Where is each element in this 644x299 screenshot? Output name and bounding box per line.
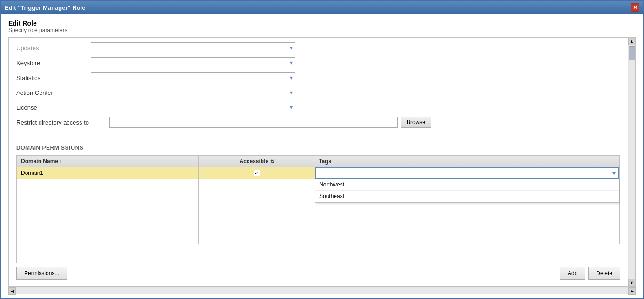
updates-select-wrapper[interactable]	[91, 42, 295, 53]
form-row-updates: Updates	[16, 42, 620, 53]
vertical-scrollbar[interactable]: ▲ ▼	[628, 38, 635, 286]
main-window: Edit "Trigger Manager" Role ✕ Edit Role …	[0, 0, 644, 299]
keystore-select[interactable]	[91, 57, 295, 68]
close-button[interactable]: ✕	[631, 3, 639, 12]
edit-role-header: Edit Role Specify role parameters.	[8, 20, 636, 33]
horizontal-scrollbar[interactable]: ◀ ▶	[8, 287, 636, 294]
scroll-thumb[interactable]	[629, 46, 635, 60]
scroll-left-arrow[interactable]: ◀	[8, 287, 16, 295]
statistics-select-wrapper[interactable]	[91, 72, 295, 83]
license-label: License	[16, 104, 91, 111]
bottom-right-buttons: Add Delete	[560, 267, 620, 280]
domain-name-cell: Domain1	[17, 167, 199, 179]
h-scroll-track[interactable]	[16, 288, 628, 294]
tags-dropdown-arrow[interactable]: ▾	[610, 169, 618, 177]
edit-role-title: Edit Role	[8, 20, 636, 27]
updates-select[interactable]	[91, 42, 295, 53]
title-bar: Edit "Trigger Manager" Role ✕	[1, 1, 643, 14]
scroll-right-arrow[interactable]: ▶	[628, 287, 636, 295]
directory-label: Restrict directory access to	[16, 119, 109, 126]
action-center-select-wrapper[interactable]	[91, 87, 295, 98]
domain-table-container: Domain Name ↑ Accessible ⇅ Tags	[16, 155, 620, 263]
table-header-row: Domain Name ↑ Accessible ⇅ Tags	[17, 156, 620, 167]
content-area: Edit Role Specify role parameters. Updat…	[1, 14, 643, 298]
table-row[interactable]: Domain1 ✓ ▾	[17, 167, 620, 179]
domain-table: Domain Name ↑ Accessible ⇅ Tags	[17, 155, 620, 244]
tag-option-northwest[interactable]: Northwest	[315, 179, 619, 191]
license-select-wrapper[interactable]	[91, 102, 295, 113]
permissions-button[interactable]: Permissions...	[16, 267, 67, 280]
scroll-down-arrow[interactable]: ▼	[628, 279, 636, 286]
window-title: Edit "Trigger Manager" Role	[5, 4, 85, 11]
directory-input[interactable]	[109, 117, 398, 128]
edit-role-subtitle: Specify role parameters.	[8, 27, 636, 33]
form-row-action-center: Action Center	[16, 87, 620, 98]
form-rows: Updates Keystore	[16, 42, 620, 132]
license-select[interactable]	[91, 102, 295, 113]
delete-button[interactable]: Delete	[588, 267, 620, 280]
keystore-label: Keystore	[16, 60, 91, 66]
action-center-label: Action Center	[16, 89, 91, 96]
table-row-empty-3	[17, 205, 620, 218]
sort-indicator-icon: ⇅	[270, 159, 274, 164]
form-row-keystore: Keystore	[16, 57, 620, 68]
bottom-bar: Permissions... Add Delete	[16, 263, 620, 282]
form-row-statistics: Statistics	[16, 72, 620, 83]
tags-input[interactable]	[316, 169, 610, 177]
domain-permissions-label: DOMAIN PERMISSIONS	[16, 145, 620, 151]
accessible-cell: ✓	[199, 167, 315, 179]
tags-cell: ▾ Northwest Southeast	[315, 167, 620, 179]
domain-permissions-section: DOMAIN PERMISSIONS Domain Name ↑	[16, 137, 620, 282]
table-header: Domain Name ↑ Accessible ⇅ Tags	[17, 156, 620, 167]
add-button[interactable]: Add	[560, 267, 585, 280]
table-body: Domain1 ✓ ▾	[17, 167, 620, 244]
statistics-label: Statistics	[16, 74, 91, 81]
statistics-select[interactable]	[91, 72, 295, 83]
browse-button[interactable]: Browse	[401, 117, 431, 128]
action-center-select[interactable]	[91, 87, 295, 98]
table-row-empty-5	[17, 231, 620, 244]
tags-dropdown-list: Northwest Southeast	[315, 179, 619, 203]
col-accessible[interactable]: Accessible ⇅	[199, 156, 315, 167]
form-row-license: License	[16, 102, 620, 113]
sort-asc-icon: ↑	[60, 159, 62, 164]
scroll-up-arrow[interactable]: ▲	[628, 38, 636, 45]
scroll-track[interactable]	[629, 45, 635, 279]
table-row-empty-4	[17, 218, 620, 231]
form-row-directory: Restrict directory access to Browse	[16, 117, 620, 128]
col-domain-name[interactable]: Domain Name ↑	[17, 156, 199, 167]
keystore-select-wrapper[interactable]	[91, 57, 295, 68]
accessible-checkbox[interactable]: ✓	[254, 170, 260, 176]
tags-input-wrapper: ▾	[315, 167, 619, 179]
tag-option-southeast[interactable]: Southeast	[315, 191, 619, 202]
updates-label: Updates	[16, 45, 91, 52]
col-tags[interactable]: Tags	[315, 156, 620, 167]
